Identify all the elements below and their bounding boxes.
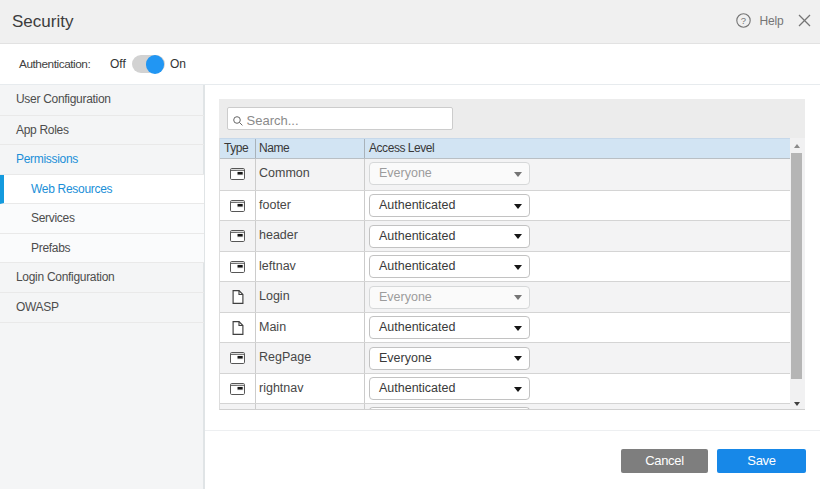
svg-text:?: ? bbox=[741, 15, 746, 26]
